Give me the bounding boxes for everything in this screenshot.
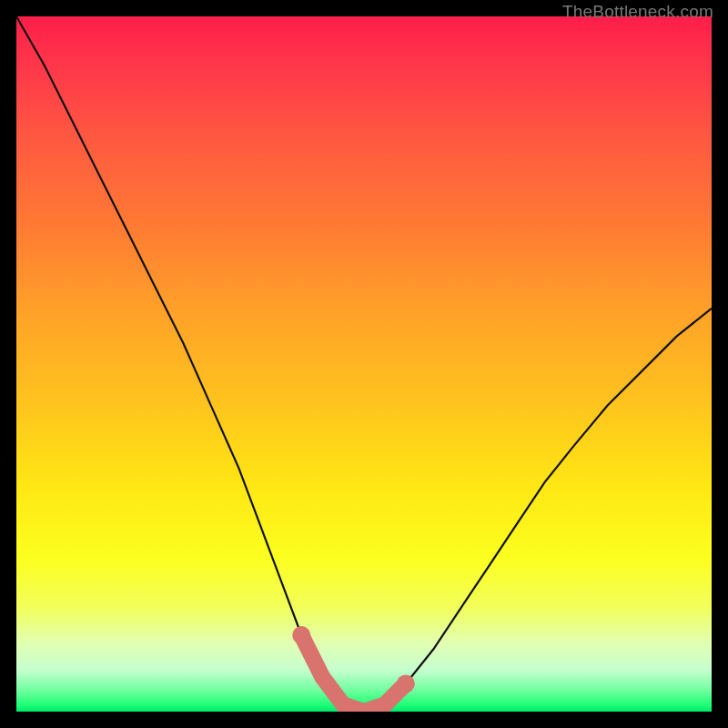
salmon-band — [301, 635, 406, 712]
chart-frame: TheBottleneck.com — [0, 0, 728, 728]
curve-svg — [16, 16, 712, 712]
watermark-text: TheBottleneck.com — [562, 2, 713, 22]
bottleneck-curve — [16, 16, 712, 712]
salmon-endcap-dot — [397, 674, 415, 693]
salmon-endcap-dot — [292, 626, 310, 644]
plot-area — [16, 16, 712, 712]
